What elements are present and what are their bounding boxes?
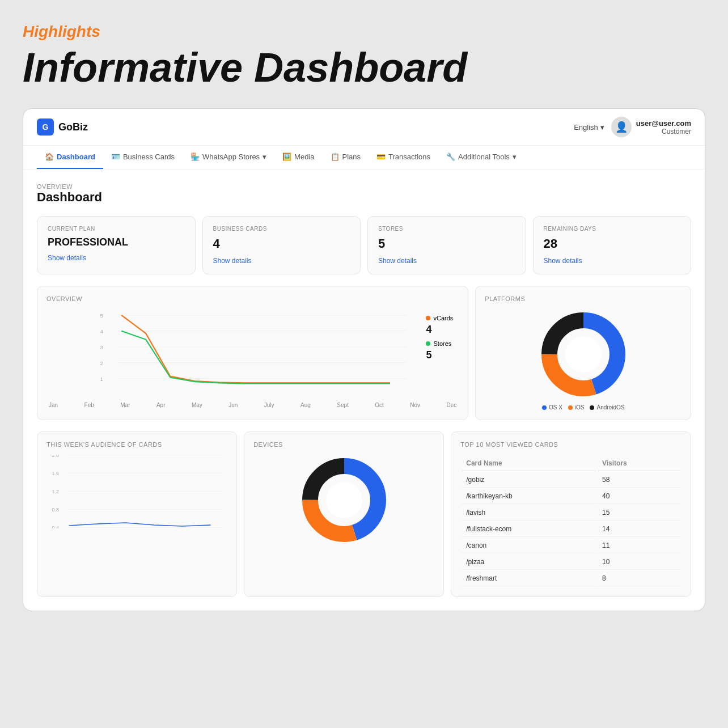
main-title: Informative Dashboard [23, 45, 705, 90]
visitor-count: 8 [598, 571, 680, 586]
table-row: /freshmart 8 [462, 571, 680, 586]
platforms-donut-svg [538, 309, 629, 400]
gobiz-logo-icon: G [37, 118, 54, 136]
svg-text:4: 4 [100, 328, 103, 335]
col-visitors: Visitors [598, 456, 680, 471]
dashboard-card: G GoBiz English ▾ 👤 user@user.com Custom… [23, 108, 705, 611]
transactions-icon: 💳 [376, 153, 386, 161]
card-name: /pizaa [462, 555, 596, 570]
show-details-days[interactable]: Show details [544, 257, 681, 265]
svg-text:3: 3 [100, 344, 103, 350]
overview-chart-title: OVERVIEW [46, 295, 459, 302]
table-row: /pizaa 10 [462, 555, 680, 570]
store-icon: 🏪 [191, 153, 200, 161]
card-name: /freshmart [462, 571, 596, 586]
tab-transactions[interactable]: 💳 Transactions [369, 146, 438, 169]
tab-dashboard[interactable]: 🏠 Dashboard [37, 146, 103, 169]
svg-point-13 [565, 336, 602, 373]
top-cards-card: TOP 10 MOST VIEWED CARDS Card Name Visit… [451, 431, 691, 597]
table-row: /lavish 15 [462, 505, 680, 520]
svg-text:1: 1 [100, 376, 103, 382]
svg-point-27 [326, 482, 362, 518]
highlights-section: Highlights Informative Dashboard [23, 23, 705, 90]
chevron-down-icon: ▾ [263, 153, 266, 161]
chart-legend: vCards 4 Stores 5 [426, 315, 453, 361]
user-info: 👤 user@user.com Customer [611, 117, 691, 137]
card-name: /canon [462, 538, 596, 553]
media-icon: 🖼️ [282, 153, 291, 161]
show-details-cards[interactable]: Show details [213, 257, 350, 265]
stat-card-cards: BUSINESS CARDS 4 Show details [202, 216, 361, 274]
user-area: English ▾ 👤 user@user.com Customer [574, 117, 691, 137]
stores-legend: Stores [426, 340, 453, 347]
vcards-count: 4 [426, 324, 453, 336]
visitor-count: 14 [598, 522, 680, 537]
nav-tabs: 🏠 Dashboard 🪪 Business Cards 🏪 WhatsApp … [23, 146, 705, 170]
visitor-count: 40 [598, 489, 680, 504]
show-details-stores[interactable]: Show details [378, 257, 515, 265]
user-role: Customer [636, 128, 691, 136]
card-name: /karthikeyan-kb [462, 489, 596, 504]
overview-chart-card: OVERVIEW 5 4 3 [37, 286, 468, 420]
highlights-label: Highlights [23, 23, 705, 41]
top-cards-title: TOP 10 MOST VIEWED CARDS [460, 441, 682, 448]
stat-value: 5 [378, 236, 515, 251]
audience-chart-title: THIS WEEK'S AUDIENCE OF CARDS [46, 441, 227, 448]
visitor-count: 10 [598, 555, 680, 570]
stat-card-plan: CURRENT PLAN PROFESSIONAL Show details [37, 216, 196, 274]
table-row: /fullstack-ecom 14 [462, 522, 680, 537]
col-card-name: Card Name [462, 456, 596, 471]
visitor-count: 11 [598, 538, 680, 553]
logo-area: G GoBiz [37, 118, 88, 136]
platforms-chart-title: PLATFORMS [485, 295, 682, 302]
home-icon: 🏠 [45, 153, 54, 161]
language-selector[interactable]: English ▾ [574, 123, 604, 132]
android-legend: AndroidOS [590, 404, 624, 410]
stats-row: CURRENT PLAN PROFESSIONAL Show details B… [37, 216, 691, 274]
top-cards-table: Card Name Visitors /gobiz 58 /karthikeya… [460, 455, 682, 587]
tab-business-cards[interactable]: 🪪 Business Cards [103, 146, 183, 169]
devices-chart-card: DEVICES [244, 431, 444, 597]
devices-donut-area [253, 455, 434, 545]
top-nav: G GoBiz English ▾ 👤 user@user.com Custom… [23, 109, 705, 146]
platforms-legend: OS X iOS AndroidOS [542, 404, 625, 410]
stores-dot [426, 341, 430, 346]
line-chart-area: 5 4 3 2 1 [46, 309, 459, 400]
stat-value: PROFESSIONAL [48, 236, 185, 248]
audience-chart-area: 2.0 1.6 1.2 0.8 0.4 [46, 455, 227, 545]
show-details-plan[interactable]: Show details [48, 254, 185, 262]
user-details: user@user.com Customer [636, 119, 691, 136]
stat-label: STORES [378, 226, 515, 232]
svg-text:1.2: 1.2 [52, 489, 60, 494]
stat-label: REMAINING DAYS [544, 226, 681, 232]
line-chart-svg: 5 4 3 2 1 [46, 309, 459, 388]
tab-plans[interactable]: 📋 Plans [323, 146, 369, 169]
svg-text:1.6: 1.6 [52, 471, 60, 476]
logo-text: GoBiz [58, 121, 88, 133]
visitor-count: 15 [598, 505, 680, 520]
platforms-chart-card: PLATFORMS [475, 286, 691, 420]
svg-text:0.4: 0.4 [52, 525, 60, 528]
content-area: OVERVIEW Dashboard CURRENT PLAN PROFESSI… [23, 170, 705, 611]
tab-media[interactable]: 🖼️ Media [274, 146, 322, 169]
table-row: /karthikeyan-kb 40 [462, 489, 680, 504]
card-name: /lavish [462, 505, 596, 520]
tab-additional-tools[interactable]: 🔧 Additional Tools ▾ [438, 146, 524, 169]
stat-card-days: REMAINING DAYS 28 Show details [533, 216, 692, 274]
svg-text:0.8: 0.8 [52, 507, 60, 513]
ios-dot [568, 405, 573, 410]
plans-icon: 📋 [331, 153, 340, 161]
osx-dot [542, 405, 547, 410]
audience-chart-card: THIS WEEK'S AUDIENCE OF CARDS 2.0 1.6 1.… [37, 431, 237, 597]
tab-whatsapp-stores[interactable]: 🏪 WhatsApp Stores ▾ [183, 146, 274, 169]
card-name: /gobiz [462, 472, 596, 488]
osx-legend: OS X [542, 404, 562, 410]
devices-donut-svg [299, 455, 390, 545]
platforms-donut-area: OS X iOS AndroidOS [485, 309, 682, 410]
vcards-legend: vCards [426, 315, 453, 321]
audience-chart-svg: 2.0 1.6 1.2 0.8 0.4 [46, 455, 227, 528]
charts-row: OVERVIEW 5 4 3 [37, 286, 691, 420]
vcards-dot [426, 316, 430, 320]
stat-card-stores: STORES 5 Show details [367, 216, 526, 274]
visitor-count: 58 [598, 472, 680, 488]
